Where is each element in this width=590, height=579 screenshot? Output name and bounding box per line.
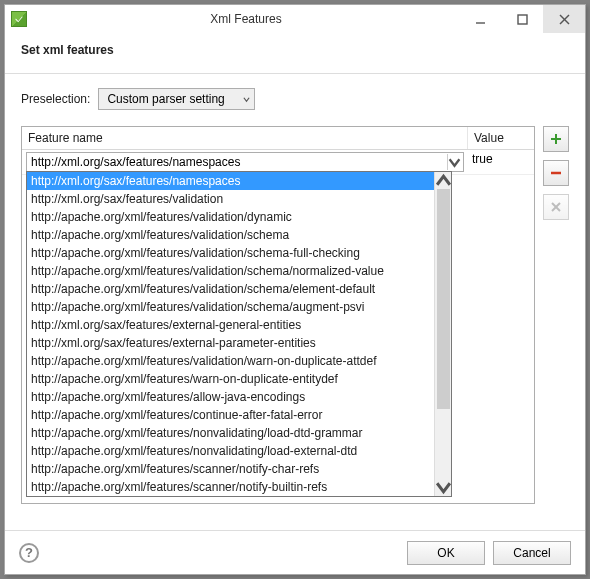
remove-button[interactable]: [543, 160, 569, 186]
dropdown-item[interactable]: http://apache.org/xml/features/allow-jav…: [27, 388, 434, 406]
chevron-down-icon: [243, 96, 250, 103]
minimize-button[interactable]: [459, 5, 501, 33]
dropdown-item[interactable]: http://xml.org/sax/features/external-par…: [27, 334, 434, 352]
preselection-label: Preselection:: [21, 92, 90, 106]
remove-all-button[interactable]: [543, 194, 569, 220]
preselection-combo[interactable]: Custom parser setting: [98, 88, 254, 110]
scroll-thumb[interactable]: [437, 189, 450, 409]
feature-name-dropdown[interactable]: http://xml.org/sax/features/namespacesht…: [26, 171, 452, 497]
dialog-body: Preselection: Custom parser setting Feat…: [5, 74, 585, 512]
app-icon: [11, 11, 27, 27]
dropdown-item[interactable]: http://apache.org/xml/features/validatio…: [27, 244, 434, 262]
feature-name-combo[interactable]: http://xml.org/sax/features/namespaces: [26, 152, 464, 172]
dropdown-scrollbar[interactable]: [434, 172, 451, 496]
dropdown-item[interactable]: http://apache.org/xml/features/validatio…: [27, 298, 434, 316]
dialog-window: Xml Features Set xml features Preselecti…: [4, 4, 586, 575]
side-buttons: [543, 126, 569, 504]
col-feature-name[interactable]: Feature name: [22, 127, 468, 149]
dropdown-item[interactable]: http://apache.org/xml/features/validatio…: [27, 226, 434, 244]
dropdown-item[interactable]: http://apache.org/xml/features/validatio…: [27, 208, 434, 226]
add-button[interactable]: [543, 126, 569, 152]
dropdown-item[interactable]: http://apache.org/xml/features/validatio…: [27, 280, 434, 298]
dropdown-item[interactable]: http://apache.org/xml/features/nonvalida…: [27, 424, 434, 442]
feature-value-cell[interactable]: true: [468, 150, 534, 174]
help-icon[interactable]: ?: [19, 543, 39, 563]
scroll-up-icon[interactable]: [435, 172, 452, 189]
window-buttons: [459, 5, 585, 33]
dropdown-item[interactable]: http://apache.org/xml/features/continue-…: [27, 406, 434, 424]
features-area: Feature name Value http://xml.org/sax/fe…: [21, 126, 569, 504]
dropdown-item[interactable]: http://apache.org/xml/features/nonvalida…: [27, 442, 434, 460]
cancel-button[interactable]: Cancel: [493, 541, 571, 565]
scroll-down-icon[interactable]: [435, 479, 452, 496]
feature-name-value: http://xml.org/sax/features/namespaces: [31, 155, 240, 169]
dropdown-list[interactable]: http://xml.org/sax/features/namespacesht…: [27, 172, 434, 496]
col-value[interactable]: Value: [468, 127, 534, 149]
close-button[interactable]: [543, 5, 585, 33]
chevron-down-icon: [447, 154, 461, 170]
ok-button[interactable]: OK: [407, 541, 485, 565]
window-title: Xml Features: [33, 12, 459, 26]
titlebar[interactable]: Xml Features: [5, 5, 585, 33]
table-header: Feature name Value: [22, 127, 534, 150]
dropdown-item[interactable]: http://apache.org/xml/features/validatio…: [27, 352, 434, 370]
dialog-header: Set xml features: [5, 33, 585, 74]
svg-rect-1: [518, 15, 527, 24]
preselection-value: Custom parser setting: [107, 92, 224, 106]
dropdown-item[interactable]: http://apache.org/xml/features/validatio…: [27, 262, 434, 280]
maximize-button[interactable]: [501, 5, 543, 33]
dropdown-item[interactable]: http://apache.org/xml/features/scanner/n…: [27, 460, 434, 478]
dialog-footer: ? OK Cancel: [5, 530, 585, 574]
preselection-row: Preselection: Custom parser setting: [21, 88, 569, 110]
dropdown-item[interactable]: http://xml.org/sax/features/validation: [27, 190, 434, 208]
dropdown-item[interactable]: http://apache.org/xml/features/warn-on-d…: [27, 370, 434, 388]
dropdown-item[interactable]: http://xml.org/sax/features/namespaces: [27, 172, 434, 190]
dialog-header-text: Set xml features: [21, 43, 569, 57]
dropdown-item[interactable]: http://apache.org/xml/features/scanner/n…: [27, 478, 434, 496]
dropdown-item[interactable]: http://xml.org/sax/features/external-gen…: [27, 316, 434, 334]
features-table: Feature name Value http://xml.org/sax/fe…: [21, 126, 535, 504]
